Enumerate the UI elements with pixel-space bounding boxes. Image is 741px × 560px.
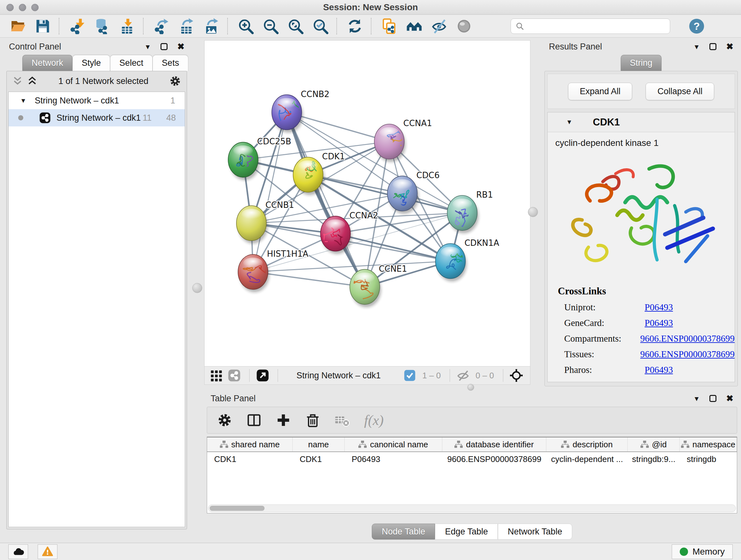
panel-close-icon[interactable]: ✖ bbox=[726, 43, 733, 51]
selected-indicator-checkbox[interactable] bbox=[402, 368, 418, 383]
expand-all-button[interactable]: Expand All bbox=[568, 83, 632, 100]
tab-network-table[interactable]: Network Table bbox=[498, 523, 572, 540]
column-header-namespace[interactable]: namespace bbox=[680, 437, 737, 451]
cloud-status-button[interactable] bbox=[8, 544, 28, 559]
crosslink-genecard-link[interactable]: P06493 bbox=[645, 318, 673, 328]
show-all-button[interactable] bbox=[455, 17, 473, 36]
checkbox-checked-icon bbox=[403, 369, 416, 382]
search-input[interactable] bbox=[528, 21, 665, 31]
expand-all-icon[interactable] bbox=[27, 76, 37, 86]
export-image-button[interactable] bbox=[202, 17, 220, 36]
network-collection-list: ▼ String Network – cdk1 1 String Network… bbox=[8, 91, 185, 527]
panel-menu-caret-icon[interactable]: ▼ bbox=[693, 44, 700, 50]
network-collection-row[interactable]: ▼ String Network – cdk1 1 bbox=[9, 92, 185, 109]
show-columns-icon[interactable] bbox=[247, 413, 261, 428]
first-neighbors-button[interactable] bbox=[405, 17, 423, 36]
panel-close-icon[interactable]: ✖ bbox=[726, 394, 733, 403]
column-header-database-identifier[interactable]: database identifier bbox=[442, 437, 546, 451]
birds-eye-view-button[interactable] bbox=[509, 368, 524, 383]
panel-menu-caret-icon[interactable]: ▼ bbox=[145, 44, 151, 50]
network-edge[interactable] bbox=[253, 112, 287, 272]
crosslink-label: Uniprot: bbox=[564, 302, 645, 313]
column-header-canonical-name[interactable]: canonical name bbox=[345, 437, 442, 451]
network-edge[interactable] bbox=[286, 112, 365, 287]
panel-float-icon[interactable] bbox=[710, 43, 717, 50]
export-network-button[interactable] bbox=[152, 17, 171, 36]
column-header-description[interactable]: description bbox=[546, 437, 628, 451]
splitter-handle-left[interactable] bbox=[192, 283, 202, 293]
tab-style[interactable]: Style bbox=[72, 55, 110, 71]
grid-view-button[interactable] bbox=[208, 368, 224, 383]
column-header-name[interactable]: name bbox=[293, 437, 345, 451]
column-header-shared-name[interactable]: shared name bbox=[207, 437, 293, 451]
hidden-node-edge-counts: 0 – 0 bbox=[475, 371, 494, 381]
zoom-in-button[interactable] bbox=[237, 17, 255, 36]
window-zoom-button[interactable] bbox=[31, 4, 39, 11]
hierarchy-icon bbox=[455, 440, 463, 449]
panel-float-icon[interactable] bbox=[160, 43, 167, 50]
splitter-handle-right[interactable] bbox=[528, 207, 538, 217]
hidden-indicator-button[interactable] bbox=[455, 368, 471, 383]
tab-network[interactable]: Network bbox=[22, 55, 72, 71]
table-settings-gear-icon[interactable] bbox=[217, 413, 232, 428]
import-table-from-file-button[interactable] bbox=[118, 17, 136, 36]
panel-menu-caret-icon[interactable]: ▼ bbox=[693, 395, 700, 402]
import-network-from-file-button[interactable] bbox=[68, 17, 86, 36]
update-network-button[interactable] bbox=[346, 17, 364, 36]
network-node-label: RB1 bbox=[476, 190, 493, 199]
add-column-icon[interactable] bbox=[276, 413, 291, 428]
tree-expander-icon[interactable]: ▼ bbox=[20, 97, 26, 105]
crosslink-pharos-link[interactable]: P06493 bbox=[645, 365, 673, 375]
horizontal-scrollbar[interactable] bbox=[208, 504, 736, 512]
open-session-button[interactable] bbox=[9, 17, 27, 36]
network-canvas[interactable]: CCNB2CCNA1CDC25BCDK1CDC6RB1CCNB1CCNA2CDK… bbox=[204, 40, 530, 367]
export-table-button[interactable] bbox=[178, 17, 195, 36]
node-details-header[interactable]: ▼ CDK1 bbox=[548, 112, 735, 132]
collapse-all-button[interactable]: Collapse All bbox=[646, 83, 714, 100]
window-minimize-button[interactable] bbox=[19, 4, 26, 11]
cell-shared-name: CDK1 bbox=[207, 452, 293, 466]
delete-table-icon-disabled bbox=[335, 413, 349, 428]
detach-view-button[interactable] bbox=[255, 368, 271, 383]
window-close-button[interactable] bbox=[6, 4, 14, 11]
collapse-all-icon[interactable] bbox=[12, 76, 23, 86]
tab-select[interactable]: Select bbox=[110, 55, 152, 71]
memory-button[interactable]: Memory bbox=[672, 544, 733, 559]
help-button[interactable]: ? bbox=[688, 17, 705, 35]
refresh-icon bbox=[347, 18, 363, 34]
string-view-button[interactable] bbox=[226, 368, 242, 383]
zoom-fit-button[interactable] bbox=[286, 17, 305, 36]
panel-close-icon[interactable]: ✖ bbox=[177, 43, 185, 51]
network-row-selected[interactable]: String Network – cdk1 11 48 bbox=[9, 109, 185, 126]
tab-edge-table[interactable]: Edge Table bbox=[435, 523, 498, 540]
delete-column-trash-icon[interactable] bbox=[306, 413, 320, 428]
splitter-handle-bottom[interactable] bbox=[467, 384, 474, 391]
expand-collapse-bar: Expand All Collapse All bbox=[547, 74, 735, 109]
crosslink-tissues-link[interactable]: 9606.ENSP00000378699 bbox=[640, 349, 735, 360]
crosslink-label: Compartments: bbox=[564, 333, 640, 344]
network-edge-count: 48 bbox=[151, 113, 176, 123]
zoom-selected-button[interactable] bbox=[312, 17, 329, 36]
tab-node-table[interactable]: Node Table bbox=[372, 523, 435, 540]
tab-string[interactable]: String bbox=[621, 55, 662, 71]
gene-name: CDK1 bbox=[593, 117, 620, 128]
table-row[interactable]: CDK1 CDK1 P06493 9606.ENSP00000378699 cy… bbox=[207, 452, 737, 466]
string-network-icon bbox=[39, 112, 51, 124]
crosslink-uniprot-link[interactable]: P06493 bbox=[645, 302, 673, 313]
network-selection-status: 1 of 1 Network selected bbox=[42, 76, 165, 86]
crosslink-compartments-link[interactable]: 9606.ENSP00000378699 bbox=[640, 333, 735, 344]
save-session-button[interactable] bbox=[34, 17, 52, 36]
scrollbar-thumb[interactable] bbox=[210, 506, 265, 511]
network-edge[interactable] bbox=[253, 272, 365, 287]
collapse-entry-icon[interactable]: ▼ bbox=[566, 118, 572, 126]
clone-network-button[interactable] bbox=[381, 17, 398, 36]
panel-float-icon[interactable] bbox=[710, 395, 717, 402]
tab-sets[interactable]: Sets bbox=[152, 55, 188, 71]
gear-icon[interactable] bbox=[170, 75, 181, 87]
network-view-title: String Network – cdk1 bbox=[296, 371, 402, 381]
warnings-button[interactable] bbox=[38, 544, 57, 559]
hide-selection-button[interactable] bbox=[430, 17, 448, 36]
import-network-from-database-button[interactable] bbox=[93, 17, 111, 36]
zoom-out-button[interactable] bbox=[262, 17, 280, 36]
column-header-id[interactable]: @id bbox=[628, 437, 680, 451]
